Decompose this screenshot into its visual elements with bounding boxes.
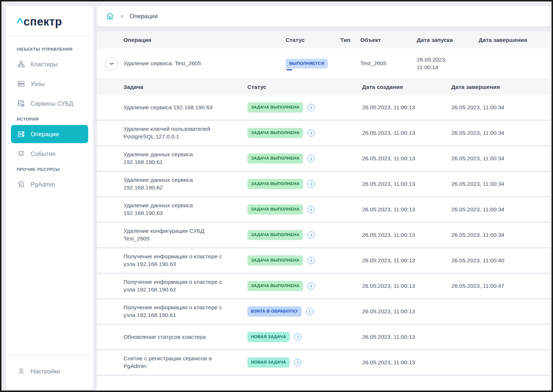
task-status-badge: ЗАДАЧА ВЫПОЛНЕНА (247, 281, 303, 291)
task-name: Удаление сервиса 192.168.190.63 (123, 104, 236, 111)
app-window: ^ спектр ОБЪЕКТЫ УПРАВЛЕНИЯ Кластеры (0, 0, 553, 392)
info-icon[interactable]: i (307, 129, 315, 137)
sidebar-item-label: События (31, 150, 55, 157)
column-header-type: Тип (340, 37, 360, 43)
table-row: Получение информации о кластере с узла 1… (97, 299, 550, 325)
sidebar-item-db-services[interactable]: Сервисы СУБД (11, 94, 88, 113)
table-row: Обновление статусов кластера НОВАЯ ЗАДАЧ… (97, 325, 550, 350)
task-finished-date: 26.05.2023, 11:00:34 (451, 155, 550, 162)
cluster-icon (17, 60, 26, 68)
table-row: Удаление данных сервиса 192.168.190.61 З… (97, 146, 550, 172)
user-icon (17, 367, 26, 376)
sidebar-nav: ОБЪЕКТЫ УПРАВЛЕНИЯ Кластеры (6, 36, 93, 355)
table-row: Получение информации о кластере с узла 1… (97, 248, 550, 274)
tasks-table-header: Задача Статус Дата создания Дата заверше… (97, 79, 550, 95)
task-created-date: 26.05.2023, 11:00:13 (362, 231, 451, 239)
sidebar-item-events[interactable]: События (11, 145, 88, 163)
task-finished-date: 26.05.2023, 11:00:34 (451, 104, 550, 111)
sidebar-item-label: Узлы (31, 81, 44, 87)
section-label-history: ИСТОРИЯ (11, 114, 88, 125)
info-icon[interactable]: i (306, 308, 313, 315)
task-name: Удаление данных сервиса 192.168.190.62 (123, 176, 236, 192)
operations-icon (17, 130, 26, 138)
column-header-operation: Операция (123, 37, 286, 43)
task-created-date: 26.05.2023, 11:00:13 (362, 180, 451, 188)
info-icon[interactable]: i (294, 333, 301, 341)
bell-icon (17, 149, 26, 158)
task-name: Удаление данных сервиса 192.168.190.61 (123, 151, 236, 166)
info-icon[interactable]: i (307, 257, 315, 264)
task-status-badge: ЗАДАЧА ВЫПОЛНЕНА (247, 102, 303, 113)
tasks-rows: Удаление сервиса 192.168.190.63 ЗАДАЧА В… (97, 95, 550, 376)
task-status-badge: НОВАЯ ЗАДАЧА (247, 332, 290, 342)
operation-status-badge: ВЫПОЛНЯЕТСЯ (286, 59, 328, 69)
task-created-date: 26.05.2023, 11:00:13 (362, 155, 451, 162)
breadcrumb: › Операции (97, 6, 550, 26)
info-icon[interactable]: i (307, 155, 315, 162)
sidebar-item-operations[interactable]: Операции (11, 125, 88, 143)
section-label-other-resources: ПРОЧИЕ РЕСУРСЫ (11, 164, 88, 175)
task-status-badge: ЗАДАЧА ВЫПОЛНЕНА (247, 153, 303, 164)
app-logo: ^ спектр (6, 6, 93, 36)
sidebar-item-label: PgAdmin (31, 181, 55, 188)
table-row: Удаление сервиса 192.168.190.63 ЗАДАЧА В… (97, 95, 550, 121)
sidebar-item-settings[interactable]: Настройки (11, 362, 88, 380)
task-status-badge: ЗАДАЧА ВЫПОЛНЕНА (247, 179, 303, 189)
table-row: Удаление данных сервиса 192.168.190.62 З… (97, 172, 550, 197)
task-status-badge: ЗАДАЧА ВЫПОЛНЕНА (247, 230, 303, 240)
sidebar-item-pgadmin[interactable]: PgAdmin (11, 175, 88, 193)
operation-start-date: 26.05.2023, 11:00:14 (417, 56, 464, 71)
logo-text: спектр (24, 15, 62, 28)
task-status-badge: ЗАДАЧА ВЫПОЛНЕНА (247, 204, 303, 215)
sidebar-item-clusters[interactable]: Кластеры (11, 55, 88, 73)
info-icon[interactable]: i (307, 206, 315, 213)
info-icon[interactable]: i (294, 359, 301, 366)
operations-table-header: Операция Статус Тип Объект Дата запуска … (97, 31, 550, 49)
table-row: Удаление ключей пользователей PostgreSQL… (97, 121, 550, 146)
table-row: Удаление данных сервиса 192.168.190.63 З… (97, 197, 550, 223)
info-icon[interactable]: i (307, 180, 315, 188)
task-name: Получение информации о кластере с узла 1… (123, 253, 236, 268)
logo-caret-mark: ^ (17, 16, 23, 28)
sidebar-item-label: Операции (31, 131, 59, 138)
task-name: Получение информации о кластере с узла 1… (123, 278, 236, 294)
task-finished-date: 26.05.2023, 11:00:47 (451, 282, 550, 290)
sidebar: ^ спектр ОБЪЕКТЫ УПРАВЛЕНИЯ Кластеры (6, 6, 93, 389)
task-finished-date: 26.05.2023, 11:00:40 (451, 257, 550, 264)
sidebar-item-label: Кластеры (31, 61, 58, 68)
sidebar-footer: Настройки (6, 355, 93, 389)
task-created-date: 26.05.2023, 11:00:13 (362, 206, 451, 213)
sidebar-item-label: Сервисы СУБД (31, 100, 73, 107)
sidebar-item-nodes[interactable]: Узлы (11, 75, 88, 93)
nodes-icon (17, 79, 26, 88)
column-header-end-date: Дата завершения (479, 37, 550, 43)
task-created-date: 26.05.2023, 11:00:13 (362, 129, 451, 137)
table-row: Получение информации о кластере с узла 1… (97, 274, 550, 299)
task-name: Удаление данных сервиса 192.168.190.63 (123, 202, 236, 217)
task-name: Получение информации о кластере с узла 1… (123, 304, 236, 319)
task-created-date: 26.05.2023, 11:00:13 (362, 104, 451, 111)
operation-name: Удаление сервиса: Test_2605 (123, 60, 286, 67)
info-icon[interactable]: i (307, 231, 315, 239)
task-created-date: 26.05.2023, 11:00:13 (362, 282, 451, 290)
home-icon[interactable] (106, 12, 114, 20)
operation-object: Test_2605 (360, 60, 417, 67)
main-content: › Операции Операция Статус Тип Объект Да… (97, 6, 550, 392)
section-label-objects: ОБЪЕКТЫ УПРАВЛЕНИЯ (11, 44, 88, 55)
pgadmin-elephant-icon (17, 180, 26, 189)
collapse-chevron-button[interactable] (105, 57, 118, 70)
column-header-created-date: Дата создания (362, 84, 451, 90)
operation-row: Удаление сервиса: Test_2605 ВЫПОЛНЯЕТСЯ … (97, 49, 550, 79)
column-header-object: Объект (360, 37, 417, 43)
db-services-icon (17, 99, 26, 108)
info-icon[interactable]: i (307, 282, 315, 290)
task-status-badge: НОВАЯ ЗАДАЧА (247, 357, 290, 368)
task-finished-date: 26.05.2023, 11:00:34 (451, 231, 550, 239)
table-row: Удаление конфигурации СУБД Test_2605 ЗАД… (97, 223, 550, 248)
column-header-task-status: Статус (247, 84, 362, 90)
task-created-date: 26.05.2023, 11:00:13 (362, 308, 451, 315)
task-name: Снятие с регистрации сервисов в PgAdmin (123, 355, 236, 370)
column-header-finished-date: Дата завершения (451, 84, 550, 90)
info-icon[interactable]: i (307, 104, 315, 111)
task-finished-date: 26.05.2023, 11:00:34 (451, 129, 550, 137)
